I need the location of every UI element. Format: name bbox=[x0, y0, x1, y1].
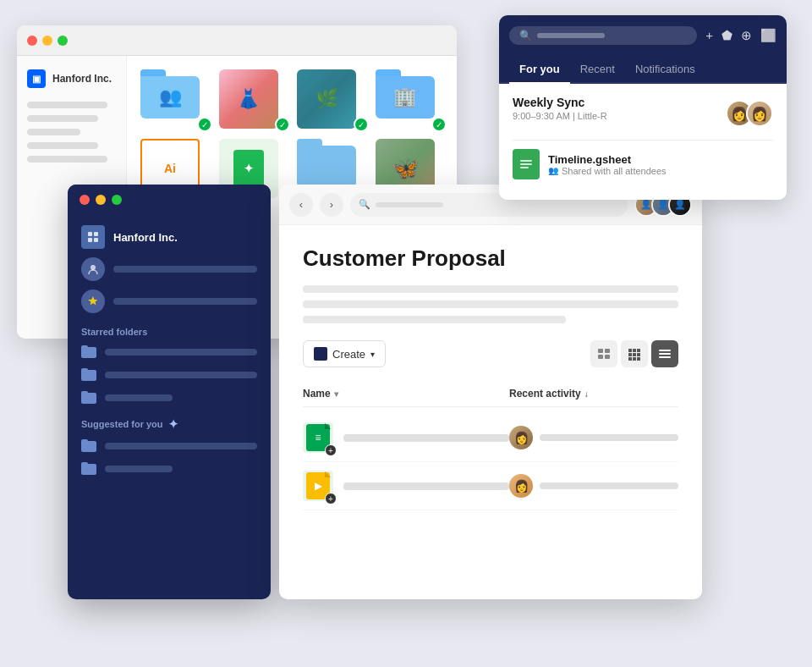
svg-rect-9 bbox=[628, 349, 632, 352]
file-name-placeholder-2 bbox=[343, 482, 509, 490]
doc-text-line-3 bbox=[303, 316, 566, 323]
folder-thumb-1[interactable]: 👥 ✓ bbox=[140, 69, 209, 129]
suggested-section-label: Suggested for you ✦ bbox=[81, 417, 257, 431]
sidebar-org-row[interactable]: Hanford Inc. bbox=[81, 225, 257, 249]
sort-down-icon: ↓ bbox=[584, 389, 589, 399]
sort-icon: ▾ bbox=[334, 389, 338, 399]
url-text bbox=[376, 202, 443, 207]
doc-text-line-1 bbox=[303, 285, 678, 293]
org-grid-icon bbox=[81, 225, 105, 249]
sidebar-starred-row[interactable] bbox=[81, 289, 257, 313]
photo-thumb-2[interactable]: 🌿 ✓ bbox=[297, 69, 365, 129]
create-icon bbox=[314, 347, 327, 361]
svg-rect-2 bbox=[88, 238, 92, 242]
list-view-button[interactable] bbox=[651, 340, 678, 367]
event-header-row: Weekly Sync 9:00–9:30 AM | Little-R 👩 👩 bbox=[513, 96, 773, 131]
event-attendees-avatars: 👩 👩 bbox=[726, 100, 773, 127]
back-button[interactable]: ‹ bbox=[289, 193, 313, 217]
notif-search-bar[interactable]: 🔍 bbox=[509, 26, 697, 45]
notif-file-row[interactable]: Timeline.gsheet 👥 Shared with all attend… bbox=[513, 140, 773, 188]
close-button[interactable] bbox=[27, 36, 37, 46]
svg-rect-7 bbox=[598, 355, 603, 359]
file-activity-2: 👩 bbox=[509, 474, 678, 498]
search-icon: 🔍 bbox=[519, 30, 532, 41]
globe-icon[interactable]: ⊕ bbox=[741, 28, 752, 43]
svg-rect-19 bbox=[659, 353, 671, 355]
folder-thumb-2[interactable]: 🏢 ✓ bbox=[376, 69, 444, 129]
tab-for-you[interactable]: For you bbox=[509, 56, 570, 82]
svg-rect-5 bbox=[598, 349, 603, 353]
name-column-header[interactable]: Name ▾ bbox=[303, 388, 509, 400]
org-logo-area: ▣ Hanford Inc. bbox=[27, 69, 116, 88]
sidebar-line-5 bbox=[27, 156, 107, 163]
org-name-label: Hanford Inc. bbox=[52, 73, 112, 85]
file-row-2[interactable]: ▶ + 👩 bbox=[303, 462, 678, 510]
grid-view-button[interactable] bbox=[621, 340, 648, 367]
search-input-placeholder bbox=[537, 33, 605, 38]
user-avatar-icon bbox=[81, 257, 105, 281]
sidebar-user-row[interactable] bbox=[81, 257, 257, 281]
starred-folder-3[interactable] bbox=[81, 391, 257, 404]
svg-rect-1 bbox=[94, 232, 98, 236]
chevron-down-icon: ▾ bbox=[370, 350, 375, 359]
folder-icon-4 bbox=[81, 439, 96, 452]
activity-column-header[interactable]: Recent activity ↓ bbox=[509, 388, 678, 400]
svg-rect-13 bbox=[633, 353, 636, 356]
activity-avatar-2: 👩 bbox=[509, 474, 533, 498]
svg-rect-20 bbox=[659, 356, 671, 358]
dark-sidebar-window: Hanford Inc. Starred folders bbox=[68, 185, 271, 599]
maximize-button[interactable] bbox=[58, 36, 68, 46]
window-icon[interactable]: ⬜ bbox=[760, 28, 776, 43]
minimize-button[interactable] bbox=[42, 36, 52, 46]
svg-rect-17 bbox=[637, 357, 640, 361]
folder-name-2 bbox=[105, 372, 257, 378]
starred-folder-1[interactable] bbox=[81, 345, 257, 358]
svg-rect-22 bbox=[520, 160, 532, 162]
checkmark-badge-2: ✓ bbox=[275, 117, 290, 132]
view-toggle-group bbox=[590, 340, 678, 367]
search-icon-small: 🔍 bbox=[359, 199, 370, 210]
svg-rect-0 bbox=[88, 232, 92, 236]
tab-notifications[interactable]: Notifications bbox=[625, 56, 705, 82]
layers-icon[interactable]: ⬟ bbox=[721, 28, 732, 43]
svg-rect-11 bbox=[637, 349, 640, 352]
sidebar-titlebar bbox=[68, 185, 271, 215]
add-to-folder-icon-2: + bbox=[325, 493, 337, 504]
svg-rect-14 bbox=[637, 353, 640, 356]
photo-thumb-1[interactable]: 👗 ✓ bbox=[219, 69, 288, 129]
folder-icon-team: 👥 bbox=[159, 86, 182, 108]
add-to-folder-icon: + bbox=[325, 444, 337, 456]
folder-icon-3 bbox=[81, 391, 96, 404]
starred-folders-label: Starred folders bbox=[81, 327, 257, 337]
table-with-preview-button[interactable] bbox=[590, 340, 617, 367]
plus-icon[interactable]: + bbox=[705, 28, 713, 43]
sidebar-minimize-btn[interactable] bbox=[96, 195, 106, 205]
notif-tabs-bar: For you Recent Notifications bbox=[499, 56, 787, 84]
file-name-placeholder-1 bbox=[343, 434, 509, 442]
svg-rect-10 bbox=[633, 349, 636, 352]
header-action-icons: + ⬟ ⊕ ⬜ bbox=[705, 28, 776, 43]
attendee-avatar-2: 👩 bbox=[746, 100, 773, 127]
sidebar-line-3 bbox=[27, 129, 80, 135]
suggested-folder-2[interactable] bbox=[81, 462, 257, 475]
activity-avatar-1: 👩 bbox=[509, 426, 533, 449]
svg-rect-8 bbox=[605, 355, 610, 359]
event-title: Weekly Sync bbox=[513, 96, 607, 109]
suggested-folder-1[interactable] bbox=[81, 439, 257, 452]
tab-recent[interactable]: Recent bbox=[570, 56, 625, 82]
forward-button[interactable]: › bbox=[320, 193, 343, 217]
svg-rect-6 bbox=[605, 349, 610, 353]
notif-file-name: Timeline.gsheet bbox=[548, 153, 667, 166]
starred-folder-2[interactable] bbox=[81, 368, 257, 381]
sidebar-maximize-btn[interactable] bbox=[112, 195, 122, 205]
user-name-placeholder bbox=[113, 266, 257, 273]
create-button[interactable]: Create ▾ bbox=[303, 340, 386, 367]
activity-bar-1 bbox=[540, 434, 678, 441]
star-icon bbox=[81, 289, 105, 313]
file-row-1[interactable]: ≡ + 👩 bbox=[303, 414, 678, 462]
sidebar-close-btn[interactable] bbox=[80, 195, 90, 205]
notif-sheets-icon bbox=[513, 149, 540, 179]
svg-rect-18 bbox=[659, 350, 671, 351]
bg-window-titlebar bbox=[17, 25, 457, 56]
dropbox-icon: ▣ bbox=[27, 69, 46, 88]
